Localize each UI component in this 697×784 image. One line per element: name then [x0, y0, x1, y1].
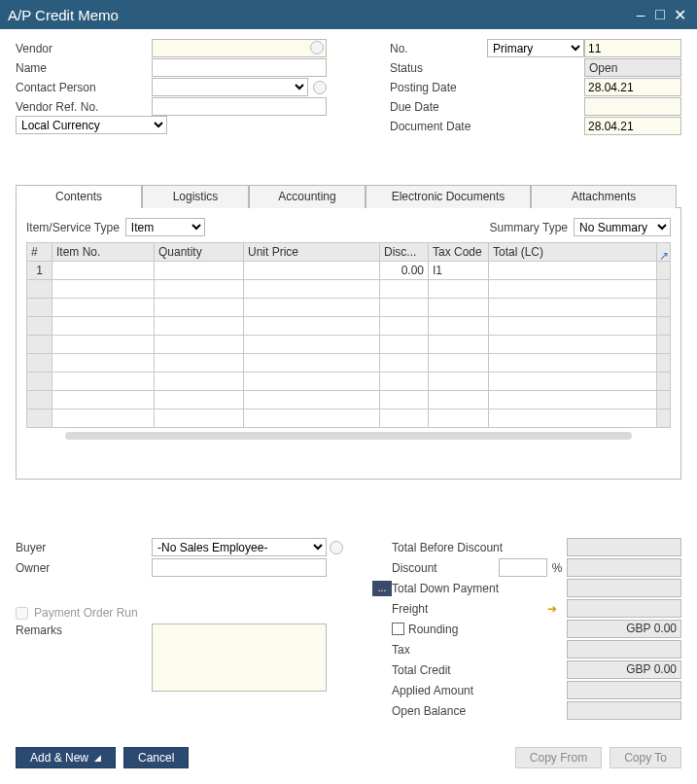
applied-amount-value	[567, 681, 681, 699]
maximize-icon[interactable]: □	[650, 6, 670, 23]
buyer-select[interactable]: -No Sales Employee-	[152, 538, 327, 556]
posting-date-input[interactable]	[584, 78, 681, 96]
horizontal-scrollbar[interactable]	[65, 432, 632, 440]
docdate-input[interactable]	[584, 117, 681, 135]
rounding-value: GBP 0.00	[567, 620, 681, 638]
contact-detail-icon[interactable]	[313, 81, 327, 94]
owner-input[interactable]	[152, 558, 327, 577]
tab-attachments[interactable]: Attachments	[531, 185, 677, 208]
freight-link-icon[interactable]: ➔	[547, 602, 567, 616]
status-value: Open	[584, 58, 681, 77]
open-balance-label: Open Balance	[392, 704, 499, 718]
table-row[interactable]	[27, 373, 671, 391]
tax-label: Tax	[392, 643, 499, 657]
vendorref-label: Vendor Ref. No.	[16, 100, 152, 114]
buyer-detail-icon[interactable]	[330, 541, 343, 554]
item-service-label: Item/Service Type	[26, 221, 120, 234]
table-row[interactable]	[27, 336, 671, 354]
freight-value	[567, 599, 681, 618]
total-down-payment-value	[567, 579, 681, 597]
tab-bar: Contents Logistics Accounting Electronic…	[16, 184, 681, 208]
total-credit-value: GBP 0.00	[567, 660, 681, 679]
remarks-label: Remarks	[16, 624, 152, 637]
tab-accounting[interactable]: Accounting	[249, 185, 366, 208]
no-series-select[interactable]: Primary	[487, 39, 584, 57]
title-bar: A/P Credit Memo ‒ □ ✕	[0, 0, 697, 29]
tab-page-contents: Item/Service Type Item Summary Type No S…	[16, 208, 681, 480]
add-new-button[interactable]: Add & New◢	[16, 747, 116, 768]
total-before-discount-label: Total Before Discount	[392, 541, 499, 554]
discount-percent-input[interactable]	[499, 558, 547, 577]
expand-grid-icon[interactable]: ↗	[659, 249, 669, 263]
name-label: Name	[16, 61, 152, 75]
table-row[interactable]	[27, 280, 671, 299]
col-unitprice: Unit Price	[244, 243, 380, 262]
col-itemno: Item No.	[52, 243, 155, 262]
posting-label: Posting Date	[390, 81, 487, 94]
discount-value	[567, 558, 681, 577]
no-input[interactable]	[584, 39, 681, 57]
tab-electronic-documents[interactable]: Electronic Documents	[366, 185, 531, 208]
docdate-label: Document Date	[390, 120, 487, 133]
col-num: #	[27, 243, 52, 262]
due-date-input[interactable]	[584, 97, 681, 116]
contact-label: Contact Person	[16, 81, 152, 94]
remarks-input[interactable]	[152, 624, 327, 692]
col-qty: Quantity	[155, 243, 244, 262]
due-label: Due Date	[390, 100, 487, 114]
down-payment-button[interactable]: ...	[372, 581, 392, 596]
currency-select[interactable]: Local Currency	[16, 116, 167, 134]
total-down-payment-label: Total Down Payment	[392, 582, 547, 595]
total-before-discount-value	[567, 538, 681, 556]
tab-contents[interactable]: Contents	[16, 185, 142, 208]
status-label: Status	[390, 61, 487, 75]
col-tax: Tax Code	[429, 243, 489, 262]
discount-label: Discount	[392, 561, 499, 575]
table-row[interactable]	[27, 317, 671, 336]
table-row[interactable]	[27, 299, 671, 317]
close-icon[interactable]: ✕	[670, 6, 689, 24]
col-disc: Disc...	[380, 243, 429, 262]
vendor-label: Vendor	[16, 42, 152, 55]
cancel-button[interactable]: Cancel	[123, 747, 189, 768]
caret-down-icon: ◢	[94, 753, 101, 763]
col-total: Total (LC)	[489, 243, 657, 262]
summary-type-label: Summary Type	[490, 221, 568, 234]
item-service-select[interactable]: Item	[125, 218, 205, 236]
table-row[interactable]	[27, 354, 671, 373]
applied-amount-label: Applied Amount	[392, 684, 499, 697]
vendor-lookup-icon[interactable]	[310, 41, 324, 54]
window-title: A/P Credit Memo	[8, 7, 631, 23]
vendorref-input[interactable]	[152, 97, 327, 116]
vendor-input[interactable]	[152, 39, 327, 57]
open-balance-value	[567, 701, 681, 720]
owner-label: Owner	[16, 561, 152, 575]
total-credit-label: Total Credit	[392, 663, 499, 677]
no-label: No.	[390, 42, 487, 55]
minimize-icon[interactable]: ‒	[631, 6, 650, 24]
contact-select[interactable]	[152, 78, 308, 96]
copy-from-button[interactable]: Copy From	[515, 747, 602, 768]
rounding-label: Rounding	[408, 623, 458, 636]
freight-label: Freight	[392, 602, 499, 616]
table-row[interactable]	[27, 391, 671, 410]
table-row[interactable]: 1 0.00 I1	[27, 262, 671, 280]
items-grid[interactable]: # Item No. Quantity Unit Price Disc... T…	[26, 242, 671, 428]
table-row[interactable]	[27, 410, 671, 428]
copy-to-button[interactable]: Copy To	[610, 747, 681, 768]
payment-order-run-label: Payment Order Run	[34, 606, 138, 620]
tab-logistics[interactable]: Logistics	[142, 185, 249, 208]
tax-value	[567, 640, 681, 659]
payment-order-run-checkbox	[16, 607, 28, 620]
rounding-checkbox[interactable]	[392, 623, 404, 635]
name-input[interactable]	[152, 58, 327, 77]
summary-type-select[interactable]: No Summary	[574, 218, 671, 236]
buyer-label: Buyer	[16, 541, 152, 554]
